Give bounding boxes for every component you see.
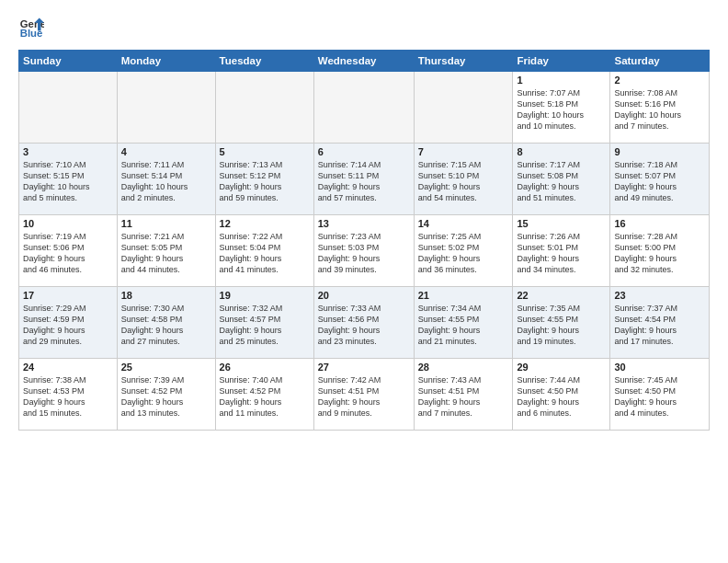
weekday-header-tuesday: Tuesday	[215, 51, 313, 72]
calendar-cell: 29Sunrise: 7:44 AM Sunset: 4:50 PM Dayli…	[513, 359, 610, 431]
calendar-cell: 1Sunrise: 7:07 AM Sunset: 5:18 PM Daylig…	[513, 72, 610, 144]
day-number: 20	[318, 290, 410, 301]
calendar-cell: 10Sunrise: 7:19 AM Sunset: 5:06 PM Dayli…	[19, 215, 118, 287]
calendar-cell	[117, 72, 215, 144]
day-info: Sunrise: 7:29 AM Sunset: 4:59 PM Dayligh…	[23, 303, 113, 348]
day-number: 25	[121, 362, 211, 373]
day-number: 12	[220, 218, 310, 229]
calendar-cell: 30Sunrise: 7:45 AM Sunset: 4:50 PM Dayli…	[610, 359, 710, 431]
calendar-week-5: 24Sunrise: 7:38 AM Sunset: 4:53 PM Dayli…	[19, 359, 710, 431]
day-info: Sunrise: 7:25 AM Sunset: 5:02 PM Dayligh…	[418, 231, 509, 276]
day-number: 29	[517, 362, 606, 373]
calendar-cell: 25Sunrise: 7:39 AM Sunset: 4:52 PM Dayli…	[117, 359, 215, 431]
logo: General Blue	[18, 15, 44, 40]
weekday-header-wednesday: Wednesday	[313, 51, 414, 72]
calendar-cell: 9Sunrise: 7:18 AM Sunset: 5:07 PM Daylig…	[610, 144, 710, 215]
header: General Blue	[18, 15, 710, 40]
calendar-cell	[414, 72, 513, 144]
day-info: Sunrise: 7:42 AM Sunset: 4:51 PM Dayligh…	[318, 374, 410, 419]
calendar-cell: 18Sunrise: 7:30 AM Sunset: 4:58 PM Dayli…	[117, 287, 215, 359]
day-info: Sunrise: 7:15 AM Sunset: 5:10 PM Dayligh…	[418, 159, 509, 204]
calendar-cell	[313, 72, 414, 144]
calendar-cell: 16Sunrise: 7:28 AM Sunset: 5:00 PM Dayli…	[610, 215, 710, 287]
day-number: 4	[121, 146, 211, 157]
calendar-cell: 28Sunrise: 7:43 AM Sunset: 4:51 PM Dayli…	[414, 359, 513, 431]
day-info: Sunrise: 7:22 AM Sunset: 5:04 PM Dayligh…	[220, 231, 310, 276]
calendar-cell: 17Sunrise: 7:29 AM Sunset: 4:59 PM Dayli…	[19, 287, 118, 359]
calendar-cell: 22Sunrise: 7:35 AM Sunset: 4:55 PM Dayli…	[513, 287, 610, 359]
calendar-cell: 19Sunrise: 7:32 AM Sunset: 4:57 PM Dayli…	[215, 287, 313, 359]
day-number: 3	[23, 146, 113, 157]
weekday-header-monday: Monday	[117, 51, 215, 72]
calendar-cell: 13Sunrise: 7:23 AM Sunset: 5:03 PM Dayli…	[313, 215, 414, 287]
day-info: Sunrise: 7:32 AM Sunset: 4:57 PM Dayligh…	[220, 303, 310, 348]
day-number: 18	[121, 290, 211, 301]
day-info: Sunrise: 7:21 AM Sunset: 5:05 PM Dayligh…	[121, 231, 211, 276]
day-number: 23	[614, 290, 705, 301]
calendar-cell: 20Sunrise: 7:33 AM Sunset: 4:56 PM Dayli…	[313, 287, 414, 359]
day-number: 15	[517, 218, 606, 229]
weekday-header-thursday: Thursday	[414, 51, 513, 72]
day-number: 26	[220, 362, 310, 373]
day-info: Sunrise: 7:19 AM Sunset: 5:06 PM Dayligh…	[23, 231, 113, 276]
calendar-week-2: 3Sunrise: 7:10 AM Sunset: 5:15 PM Daylig…	[19, 144, 710, 215]
day-info: Sunrise: 7:34 AM Sunset: 4:55 PM Dayligh…	[418, 303, 509, 348]
day-info: Sunrise: 7:13 AM Sunset: 5:12 PM Dayligh…	[220, 159, 310, 204]
calendar-cell: 15Sunrise: 7:26 AM Sunset: 5:01 PM Dayli…	[513, 215, 610, 287]
day-info: Sunrise: 7:26 AM Sunset: 5:01 PM Dayligh…	[517, 231, 606, 276]
day-info: Sunrise: 7:23 AM Sunset: 5:03 PM Dayligh…	[318, 231, 410, 276]
day-number: 14	[418, 218, 509, 229]
weekday-header-row: SundayMondayTuesdayWednesdayThursdayFrid…	[19, 51, 710, 72]
day-number: 19	[220, 290, 310, 301]
day-number: 21	[418, 290, 509, 301]
day-number: 8	[517, 146, 606, 157]
calendar-cell: 2Sunrise: 7:08 AM Sunset: 5:16 PM Daylig…	[610, 72, 710, 144]
calendar-cell: 27Sunrise: 7:42 AM Sunset: 4:51 PM Dayli…	[313, 359, 414, 431]
calendar-cell: 6Sunrise: 7:14 AM Sunset: 5:11 PM Daylig…	[313, 144, 414, 215]
day-number: 7	[418, 146, 509, 157]
day-number: 13	[318, 218, 410, 229]
day-number: 17	[23, 290, 113, 301]
logo-icon: General Blue	[18, 15, 44, 40]
calendar-cell	[215, 72, 313, 144]
day-info: Sunrise: 7:37 AM Sunset: 4:54 PM Dayligh…	[614, 303, 705, 348]
day-info: Sunrise: 7:44 AM Sunset: 4:50 PM Dayligh…	[517, 374, 606, 419]
calendar-week-4: 17Sunrise: 7:29 AM Sunset: 4:59 PM Dayli…	[19, 287, 710, 359]
day-info: Sunrise: 7:08 AM Sunset: 5:16 PM Dayligh…	[614, 87, 705, 132]
day-info: Sunrise: 7:07 AM Sunset: 5:18 PM Dayligh…	[517, 87, 606, 132]
calendar-table: SundayMondayTuesdayWednesdayThursdayFrid…	[18, 50, 710, 431]
calendar-cell	[19, 72, 118, 144]
calendar-cell: 3Sunrise: 7:10 AM Sunset: 5:15 PM Daylig…	[19, 144, 118, 215]
day-info: Sunrise: 7:38 AM Sunset: 4:53 PM Dayligh…	[23, 374, 113, 419]
day-info: Sunrise: 7:39 AM Sunset: 4:52 PM Dayligh…	[121, 374, 211, 419]
day-info: Sunrise: 7:18 AM Sunset: 5:07 PM Dayligh…	[614, 159, 705, 204]
calendar-cell: 4Sunrise: 7:11 AM Sunset: 5:14 PM Daylig…	[117, 144, 215, 215]
calendar-cell: 23Sunrise: 7:37 AM Sunset: 4:54 PM Dayli…	[610, 287, 710, 359]
day-number: 28	[418, 362, 509, 373]
day-number: 6	[318, 146, 410, 157]
day-number: 16	[614, 218, 705, 229]
page: General Blue SundayMondayTuesdayWednesda…	[0, 0, 728, 563]
day-info: Sunrise: 7:28 AM Sunset: 5:00 PM Dayligh…	[614, 231, 705, 276]
day-number: 30	[614, 362, 705, 373]
calendar-cell: 7Sunrise: 7:15 AM Sunset: 5:10 PM Daylig…	[414, 144, 513, 215]
weekday-header-sunday: Sunday	[19, 51, 118, 72]
calendar-cell: 5Sunrise: 7:13 AM Sunset: 5:12 PM Daylig…	[215, 144, 313, 215]
day-info: Sunrise: 7:35 AM Sunset: 4:55 PM Dayligh…	[517, 303, 606, 348]
day-number: 10	[23, 218, 113, 229]
day-number: 9	[614, 146, 705, 157]
calendar-cell: 12Sunrise: 7:22 AM Sunset: 5:04 PM Dayli…	[215, 215, 313, 287]
day-number: 2	[614, 75, 705, 86]
day-info: Sunrise: 7:10 AM Sunset: 5:15 PM Dayligh…	[23, 159, 113, 204]
weekday-header-saturday: Saturday	[610, 51, 710, 72]
day-number: 1	[517, 75, 606, 86]
calendar-week-1: 1Sunrise: 7:07 AM Sunset: 5:18 PM Daylig…	[19, 72, 710, 144]
day-info: Sunrise: 7:40 AM Sunset: 4:52 PM Dayligh…	[220, 374, 310, 419]
calendar-cell: 8Sunrise: 7:17 AM Sunset: 5:08 PM Daylig…	[513, 144, 610, 215]
day-info: Sunrise: 7:33 AM Sunset: 4:56 PM Dayligh…	[318, 303, 410, 348]
calendar-cell: 11Sunrise: 7:21 AM Sunset: 5:05 PM Dayli…	[117, 215, 215, 287]
day-info: Sunrise: 7:43 AM Sunset: 4:51 PM Dayligh…	[418, 374, 509, 419]
day-info: Sunrise: 7:17 AM Sunset: 5:08 PM Dayligh…	[517, 159, 606, 204]
day-info: Sunrise: 7:30 AM Sunset: 4:58 PM Dayligh…	[121, 303, 211, 348]
day-info: Sunrise: 7:45 AM Sunset: 4:50 PM Dayligh…	[614, 374, 705, 419]
